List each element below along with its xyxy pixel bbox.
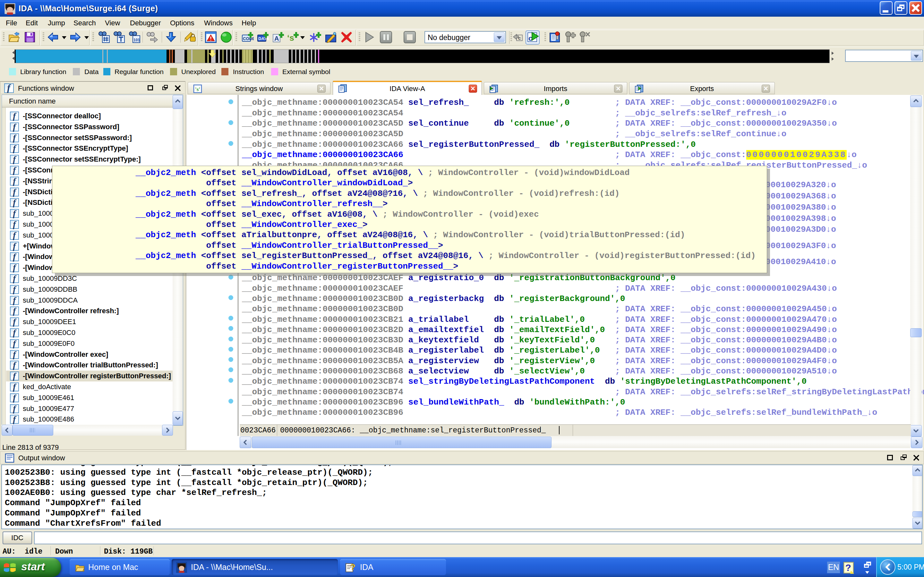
svg-text:DATA: DATA [258,36,269,41]
svg-text:?: ? [351,562,355,572]
svg-text:101: 101 [134,38,140,42]
svg-text:CODE: CODE [243,36,254,41]
svg-text:?: ? [845,562,851,573]
svg-text:A: A [274,35,279,42]
